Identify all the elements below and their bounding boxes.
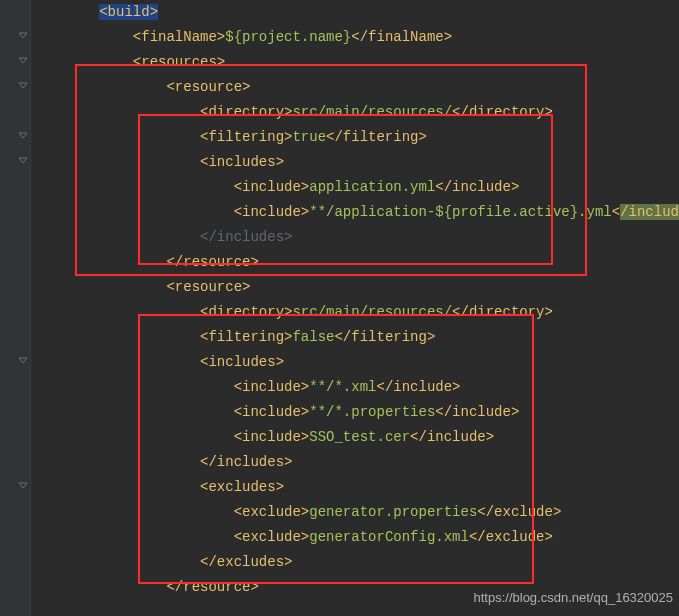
code-line[interactable]: </excludes> — [32, 550, 679, 575]
xml-tag: <resource> — [166, 79, 250, 95]
xml-tag: </directory> — [452, 304, 553, 320]
xml-tag: </exclude> — [477, 504, 561, 520]
code-line[interactable]: <resource> — [32, 75, 679, 100]
code-line[interactable]: <exclude>generator.properties</exclude> — [32, 500, 679, 525]
xml-tag: <directory> — [200, 304, 292, 320]
fold-toggle-icon[interactable] — [18, 32, 28, 42]
xml-text: ${project.name} — [225, 29, 351, 45]
code-line[interactable]: <include>application.yml</include> — [32, 175, 679, 200]
xml-tag: </includes> — [200, 454, 292, 470]
xml-tag: <includes> — [200, 354, 284, 370]
code-line[interactable]: <include>**/*.xml</include> — [32, 375, 679, 400]
code-line[interactable]: <resources> — [32, 50, 679, 75]
xml-text: **/application-${profile.active}.yml — [309, 204, 611, 220]
xml-tag: <resources> — [133, 54, 225, 70]
code-line[interactable]: </resource> — [32, 250, 679, 275]
xml-text: src/main/resources/ — [292, 304, 452, 320]
xml-text: generatorConfig.xml — [309, 529, 469, 545]
xml-tag: <include> — [234, 429, 310, 445]
code-line[interactable]: <build> — [32, 0, 679, 25]
fold-toggle-icon[interactable] — [18, 157, 28, 167]
fold-toggle-icon[interactable] — [18, 132, 28, 142]
xml-tag: </include> — [410, 429, 494, 445]
xml-tag: /include — [620, 204, 679, 220]
code-area: <build> <finalName>${project.name}</fina… — [30, 0, 679, 600]
code-line[interactable]: <include>**/application-${profile.active… — [32, 200, 679, 225]
xml-tag: </exclude> — [469, 529, 553, 545]
xml-tag: </include> — [376, 379, 460, 395]
code-line[interactable]: <directory>src/main/resources/</director… — [32, 100, 679, 125]
code-line[interactable]: <filtering>false</filtering> — [32, 325, 679, 350]
code-line[interactable]: <resource> — [32, 275, 679, 300]
xml-text: true — [292, 129, 326, 145]
code-line[interactable]: <excludes> — [32, 475, 679, 500]
xml-tag: </filtering> — [326, 129, 427, 145]
xml-text: **/*.xml — [309, 379, 376, 395]
xml-tag: <include> — [234, 179, 310, 195]
xml-tag: </filtering> — [334, 329, 435, 345]
xml-tag: </resource> — [166, 254, 258, 270]
code-line[interactable]: </includes> — [32, 450, 679, 475]
fold-toggle-icon[interactable] — [18, 57, 28, 67]
xml-tag: <directory> — [200, 104, 292, 120]
xml-tag: <exclude> — [234, 504, 310, 520]
xml-tag: <build> — [99, 4, 158, 20]
xml-tag: <filtering> — [200, 129, 292, 145]
watermark: https://blog.csdn.net/qq_16320025 — [474, 585, 674, 610]
code-line[interactable]: <include>SSO_test.cer</include> — [32, 425, 679, 450]
code-line[interactable]: </includes> — [32, 225, 679, 250]
code-line[interactable]: <include>**/*.properties</include> — [32, 400, 679, 425]
xml-tag: <resource> — [166, 279, 250, 295]
xml-text: generator.properties — [309, 504, 477, 520]
xml-tag: <filtering> — [200, 329, 292, 345]
xml-tag: </excludes> — [200, 554, 292, 570]
xml-text: SSO_test.cer — [309, 429, 410, 445]
editor-gutter — [0, 0, 31, 616]
xml-tag: <include> — [234, 379, 310, 395]
code-line[interactable]: <includes> — [32, 150, 679, 175]
code-line[interactable]: <includes> — [32, 350, 679, 375]
xml-tag: <excludes> — [200, 479, 284, 495]
xml-tag: <finalName> — [133, 29, 225, 45]
xml-text: false — [292, 329, 334, 345]
xml-tag: </resource> — [166, 579, 258, 595]
xml-tag: </finalName> — [351, 29, 452, 45]
code-line[interactable]: <filtering>true</filtering> — [32, 125, 679, 150]
xml-tag: <exclude> — [234, 529, 310, 545]
fold-toggle-icon[interactable] — [18, 82, 28, 92]
code-line[interactable]: <exclude>generatorConfig.xml</exclude> — [32, 525, 679, 550]
code-line[interactable]: <finalName>${project.name}</finalName> — [32, 25, 679, 50]
xml-text: **/*.properties — [309, 404, 435, 420]
fold-toggle-icon[interactable] — [18, 357, 28, 367]
xml-text: src/main/resources/ — [292, 104, 452, 120]
xml-text: application.yml — [309, 179, 435, 195]
xml-text: </includes> — [200, 229, 292, 245]
xml-tag: <include> — [234, 404, 310, 420]
xml-tag: < — [612, 204, 620, 220]
xml-tag: <includes> — [200, 154, 284, 170]
xml-tag: </include> — [435, 404, 519, 420]
code-line[interactable]: <directory>src/main/resources/</director… — [32, 300, 679, 325]
xml-tag: </directory> — [452, 104, 553, 120]
fold-toggle-icon[interactable] — [18, 482, 28, 492]
xml-tag: </include> — [435, 179, 519, 195]
xml-tag: <include> — [234, 204, 310, 220]
